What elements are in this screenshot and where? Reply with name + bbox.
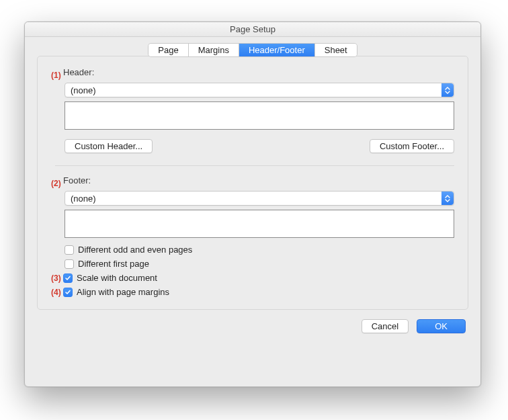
header-dropdown[interactable]: (none) — [65, 83, 454, 97]
tab-margins[interactable]: Margins — [189, 44, 239, 56]
checkbox-diff-first[interactable] — [65, 259, 74, 269]
tab-bar: Page Margins Header/Footer Sheet — [37, 44, 468, 56]
ok-button[interactable]: OK — [417, 319, 466, 333]
marker-2: (2) — [51, 179, 63, 188]
page-setup-window: Page Setup Page Margins Header/Footer Sh… — [24, 22, 481, 387]
chevron-updown-icon — [441, 192, 454, 205]
marker-1: (1) — [51, 71, 63, 80]
dialog-buttons: Cancel OK — [37, 319, 468, 333]
tab-header-footer[interactable]: Header/Footer — [239, 44, 315, 56]
label-diff-odd-even: Different odd and even pages — [78, 245, 192, 255]
custom-header-button[interactable]: Custom Header... — [65, 139, 153, 153]
section-divider — [55, 165, 454, 166]
chevron-updown-icon — [441, 83, 454, 97]
label-diff-first: Different first page — [78, 259, 149, 269]
marker-3: (3) — [51, 274, 63, 283]
checkbox-scale-doc[interactable] — [63, 274, 73, 283]
footer-label: Footer: — [63, 175, 91, 185]
options-group: Different odd and even pages Different f… — [65, 245, 454, 297]
footer-preview — [65, 210, 454, 238]
window-content: Page Margins Header/Footer Sheet (1) Hea… — [25, 37, 480, 343]
tab-page[interactable]: Page — [149, 44, 188, 56]
marker-4: (4) — [51, 288, 63, 297]
header-label: Header: — [63, 67, 94, 77]
tab-panel: (1) Header: (none) Custom Header... Cust… — [37, 56, 468, 310]
tab-sheet[interactable]: Sheet — [315, 44, 357, 56]
custom-footer-button[interactable]: Custom Footer... — [370, 139, 454, 153]
footer-dropdown-value: (none) — [71, 194, 96, 204]
label-scale-doc: Scale with document — [77, 273, 157, 283]
header-preview — [65, 101, 454, 130]
header-dropdown-value: (none) — [71, 85, 96, 95]
cancel-button[interactable]: Cancel — [362, 319, 409, 333]
checkbox-align-margins[interactable] — [63, 288, 73, 297]
footer-dropdown[interactable]: (none) — [65, 191, 454, 206]
checkbox-diff-odd-even[interactable] — [65, 245, 74, 255]
window-title: Page Setup — [25, 22, 480, 37]
label-align-margins: Align with page margins — [77, 287, 169, 297]
